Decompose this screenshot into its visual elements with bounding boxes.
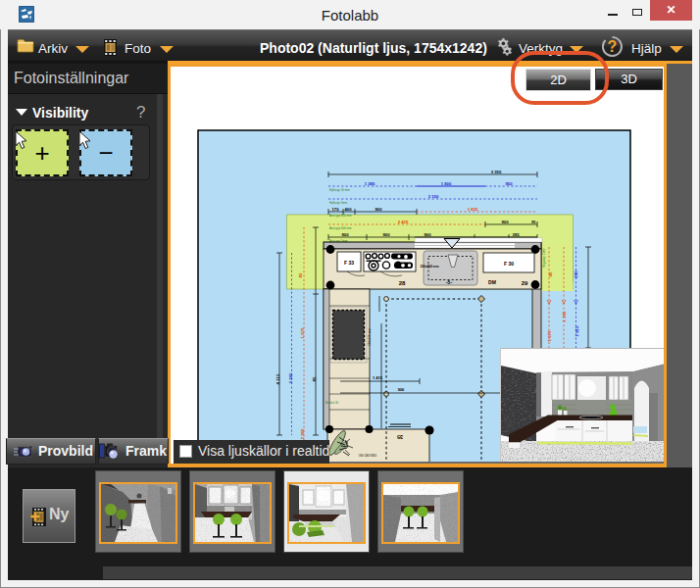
svg-text:1 670: 1 670 <box>547 330 552 342</box>
svg-text:Bänksk 30: Bänksk 30 <box>325 401 339 405</box>
svg-text:900: 900 <box>502 220 510 224</box>
svg-text:35: 35 <box>397 434 403 440</box>
svg-text:35: 35 <box>531 220 536 224</box>
svg-text:Hyllavgr 5mm: Hyllavgr 5mm <box>329 201 348 205</box>
svg-text:400: 400 <box>345 207 353 212</box>
svg-text:900: 900 <box>375 207 383 212</box>
svg-text:3 150: 3 150 <box>428 194 439 199</box>
svg-text:1 415: 1 415 <box>373 375 383 380</box>
svg-text:170: 170 <box>332 207 340 212</box>
svg-text:1 800: 1 800 <box>441 181 452 186</box>
svg-text:900: 900 <box>383 232 391 237</box>
svg-text:900: 900 <box>342 232 350 237</box>
svg-text:950: 950 <box>506 181 514 186</box>
svg-text:1 670: 1 670 <box>300 327 305 339</box>
svg-text:3 245: 3 245 <box>288 372 293 384</box>
svg-text:395: 395 <box>513 232 521 237</box>
svg-text:Avst grp 600 mm: Avst grp 600 mm <box>329 214 352 218</box>
svg-text:Högskåp 2100: Högskåp 2100 <box>542 248 546 268</box>
svg-text:600x560 mm: 600x560 mm <box>368 328 372 346</box>
svg-text:3 355: 3 355 <box>491 170 502 174</box>
svg-text:290: 290 <box>574 270 578 278</box>
svg-text:DM: DM <box>488 279 496 285</box>
svg-text:-5-: -5- <box>446 279 452 285</box>
svg-text:1 385: 1 385 <box>365 181 375 186</box>
svg-text:F 33: F 33 <box>344 260 354 266</box>
svg-text:29: 29 <box>522 280 528 286</box>
svg-text:4 115: 4 115 <box>275 373 280 384</box>
svg-text:2 435: 2 435 <box>398 220 409 224</box>
svg-text:Avst grp 600 mm: Avst grp 600 mm <box>329 226 352 230</box>
svg-text:Hyllavgr 50 mm: Hyllavgr 50 mm <box>329 188 350 192</box>
svg-text:2 360: 2 360 <box>300 428 305 440</box>
svg-text:1 185: 1 185 <box>562 311 567 322</box>
svg-text:?: ? <box>608 38 618 55</box>
svg-text:1 415: 1 415 <box>575 325 579 337</box>
svg-text:900: 900 <box>398 387 405 392</box>
svg-text:320x400 mm: 320x400 mm <box>421 265 439 269</box>
svg-text:1 835: 1 835 <box>468 207 478 212</box>
svg-text:85: 85 <box>298 272 303 277</box>
svg-text:85: 85 <box>312 376 317 381</box>
svg-text:Ö60 CBU70855: Ö60 CBU70855 <box>359 454 377 458</box>
svg-text:F 30: F 30 <box>504 261 514 267</box>
svg-text:40: 40 <box>548 271 553 276</box>
svg-text:28: 28 <box>399 280 406 286</box>
svg-text:900: 900 <box>425 232 432 237</box>
